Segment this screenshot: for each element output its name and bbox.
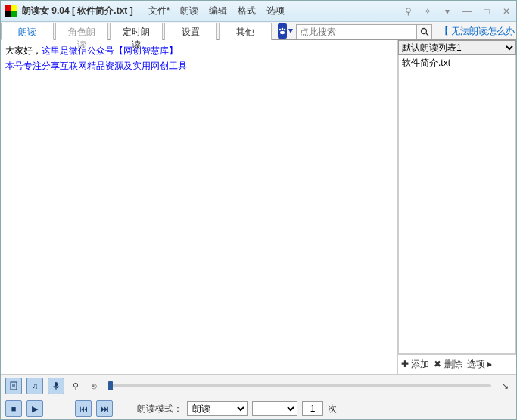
music-icon[interactable]: ♫ (26, 378, 43, 394)
svg-line-5 (426, 33, 428, 36)
controls-panel: ♫ ⚲ ⎋ ↘ ■ ▶ ⏮ ⏭ 朗读模式： 朗读 次 👤 发音人： Micros… (1, 374, 516, 420)
content-text: 这里是微信公众号【网创智慧库】 (42, 45, 178, 56)
paw-icon[interactable] (278, 23, 287, 39)
help-link[interactable]: 【 无法朗读怎么办 】 (434, 22, 517, 39)
svg-point-3 (280, 31, 285, 34)
progress-slider[interactable] (108, 384, 491, 387)
maximize-icon[interactable]: □ (481, 6, 492, 17)
svg-point-4 (421, 28, 426, 33)
tab-read[interactable]: 朗读 (1, 23, 54, 40)
menu-format[interactable]: 格式 (238, 5, 256, 17)
tab-other[interactable]: 其他 (219, 23, 272, 40)
minimize-icon[interactable]: — (462, 6, 472, 17)
play-button[interactable]: ▶ (26, 400, 43, 417)
svg-point-1 (282, 28, 284, 30)
playlist-select[interactable]: 默认朗读列表1 (398, 40, 516, 55)
tab-settings[interactable]: 设置 (164, 23, 217, 40)
menu-file[interactable]: 文件* (148, 5, 170, 17)
window-title: 朗读女 9.04 [ 软件简介.txt ] (22, 5, 133, 17)
mode-select-2[interactable] (252, 401, 297, 416)
prev-button[interactable]: ⏮ (75, 400, 92, 417)
side-options[interactable]: 选项 ▸ (467, 358, 492, 371)
svg-rect-9 (55, 382, 58, 387)
sidebar: 默认朗读列表1 软件简介.txt ✚ 添加 ✖ 删除 选项 ▸ (398, 40, 516, 374)
mic-icon[interactable] (48, 378, 64, 394)
search-input[interactable] (296, 24, 417, 39)
menu-bar: 文件* 朗读 编辑 格式 选项 (148, 5, 285, 17)
menu-options[interactable]: 选项 (266, 5, 285, 17)
file-item[interactable]: 软件简介.txt (402, 57, 512, 70)
mode-select[interactable]: 朗读 (187, 401, 248, 416)
mode-label: 朗读模式： (137, 403, 182, 415)
content-text: 本号专注分享互联网精品资源及实用网创工具 (5, 61, 187, 71)
dropdown-icon[interactable]: ▾ (288, 22, 294, 39)
file-list[interactable]: 软件简介.txt (398, 55, 516, 354)
menu-edit[interactable]: 编辑 (209, 5, 227, 17)
tool-icon[interactable]: ✧ (422, 6, 433, 17)
down-icon[interactable]: ▾ (442, 6, 453, 17)
close-icon[interactable]: ✕ (501, 6, 512, 17)
menu-read[interactable]: 朗读 (180, 5, 198, 17)
tab-timed-read[interactable]: 定时朗读 (110, 23, 163, 40)
add-button[interactable]: ✚ 添加 (401, 358, 429, 371)
svg-point-2 (284, 29, 286, 31)
pin-icon[interactable]: ⚲ (403, 6, 413, 17)
app-icon (5, 5, 17, 17)
next-button[interactable]: ⏭ (96, 400, 113, 417)
content-text: 大家好， (5, 45, 42, 56)
stop-button[interactable]: ■ (5, 400, 22, 417)
link-icon[interactable]: ⎋ (87, 378, 101, 394)
window-controls: ⚲ ✧ ▾ — □ ✕ (403, 6, 512, 17)
title-bar: 朗读女 9.04 [ 软件简介.txt ] 文件* 朗读 编辑 格式 选项 ⚲ … (1, 1, 516, 22)
delete-button[interactable]: ✖ 删除 (434, 358, 462, 371)
pin-small-icon[interactable]: ⚲ (69, 378, 83, 394)
repeat-unit: 次 (328, 403, 337, 415)
doc-icon[interactable] (5, 378, 22, 394)
tab-role-read[interactable]: 角色朗读 (55, 23, 108, 40)
text-content[interactable]: 大家好，这里是微信公众号【网创智慧库】 本号专注分享互联网精品资源及实用网创工具 (1, 40, 398, 374)
search-button[interactable] (417, 24, 432, 39)
collapse-icon[interactable]: ↘ (498, 378, 512, 394)
tab-bar: 朗读 角色朗读 定时朗读 设置 其他 ▾ 【 无法朗读怎么办 】 (1, 22, 516, 40)
repeat-count[interactable] (302, 401, 323, 416)
svg-point-0 (279, 29, 282, 31)
